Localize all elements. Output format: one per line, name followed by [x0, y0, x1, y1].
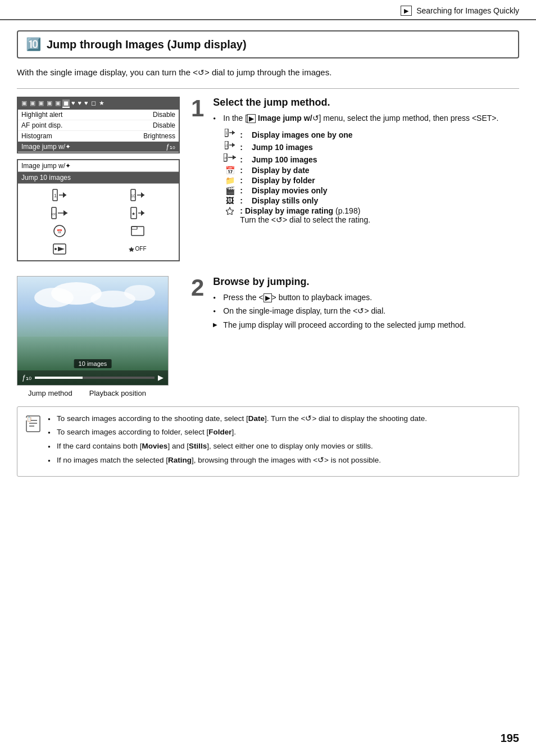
menu-label-1: Highlight alert	[21, 111, 153, 119]
method-8: : Display by image rating (p.198)Turn th…	[223, 206, 498, 225]
method-4-icon: 📅	[223, 166, 237, 175]
svg-marker-34	[233, 155, 236, 160]
play-icon-box: ▶	[401, 6, 412, 16]
step1-bullets: In the [▶ Image jump w/↺] menu, select t…	[213, 113, 498, 124]
step2-left: 10 images ƒ₁₀ ▶ Jump method Playback pos…	[17, 276, 180, 397]
svg-marker-14	[141, 210, 144, 216]
main-content: 🔟 Jump through Images (Jump display) Wit…	[0, 20, 536, 488]
play-icon: ▶	[404, 7, 408, 15]
jump-cell-1: 1	[21, 187, 97, 203]
step2-bullet-3: The jump display will proceed according …	[213, 320, 466, 331]
jump-submenu-selected: Jump 10 images	[18, 172, 179, 184]
step1-number: 1	[191, 97, 204, 120]
step2-bullet-1: Press the <▶> button to playback images.	[213, 292, 466, 304]
method-2-label: Jump 10 images	[252, 143, 313, 152]
step1-right: 1 Select the jump method. In the [▶ Imag…	[191, 97, 519, 267]
step1-left: ▣ ▣ ▣ ▣ ▣ ◼ ♥ ♥ ♥ ◻ ★ Highlight alert	[17, 97, 180, 267]
method-4-label: Display by date	[252, 166, 310, 175]
svg-text:100: 100	[224, 156, 228, 160]
note-3: If the card contains both [Movies] and […	[48, 441, 427, 452]
step2-bullets: Press the <▶> button to playback images.…	[213, 292, 466, 331]
section-heading-box: 🔟 Jump through Images (Jump display)	[17, 30, 519, 58]
section-icon: 🔟	[26, 37, 41, 52]
svg-marker-6	[141, 192, 144, 198]
tab-icon-5: ▣	[54, 99, 62, 108]
svg-text:📋: 📋	[26, 416, 32, 422]
step2-right: 2 Browse by jumping. Press the <▶> butto…	[191, 276, 519, 397]
svg-rect-18	[131, 227, 144, 236]
jump-submenu: Image jump w/✦ Jump 10 images 1 10 100	[17, 159, 180, 261]
method-1: 1 : Display images one by one	[223, 128, 498, 141]
jump-cell-3: 100	[21, 205, 97, 221]
page-number: 195	[501, 732, 519, 745]
menu-label-2: AF point disp.	[21, 121, 153, 129]
jump-methods-list: 1 : Display images one by one 10 : Jump …	[223, 128, 498, 225]
method-7-label: Display stills only	[252, 196, 318, 205]
step1-bullet-1: In the [▶ Image jump w/↺] menu, select t…	[213, 113, 498, 124]
jump-label-row: Jump method Playback position	[28, 389, 180, 397]
method-6: 🎬 : Display movies only	[223, 185, 498, 196]
svg-text:100: 100	[51, 212, 57, 216]
svg-text:10: 10	[131, 194, 135, 198]
top-bar: ▶ Searching for Images Quickly	[0, 0, 536, 20]
jump-submenu-grid: 1 10 100 ★ 📅	[18, 184, 179, 260]
method-3-icon: 100	[223, 153, 237, 165]
cam-image-bar: ƒ₁₀ ▶	[17, 370, 168, 385]
method-1-label: Display images one by one	[252, 130, 353, 139]
note-1: To search images according to the shooti…	[48, 414, 427, 424]
tab-icon-4: ▣	[46, 99, 53, 108]
svg-marker-36	[226, 207, 234, 215]
menu-label-3: Histogram	[21, 132, 143, 140]
menu-label-4: Image jump w/✦	[21, 143, 166, 151]
menu-tab-row: ▣ ▣ ▣ ▣ ▣ ◼ ♥ ♥ ♥ ◻ ★	[18, 98, 179, 110]
menu-value-4: ƒ₁₀	[166, 143, 175, 151]
cam-bar-arrow: ▶	[158, 373, 163, 382]
camera-preview-image: 10 images ƒ₁₀ ▶	[17, 276, 169, 386]
section-title: Jump through Images (Jump display)	[47, 38, 247, 51]
step2-number: 2	[191, 276, 204, 300]
step2-row: 10 images ƒ₁₀ ▶ Jump method Playback pos…	[17, 276, 519, 397]
jump-cell-4: ★	[99, 205, 175, 221]
step1-content: Select the jump method. In the [▶ Image …	[213, 97, 498, 230]
top-bar-right: ▶ Searching for Images Quickly	[401, 6, 519, 16]
menu-row-4-highlighted: Image jump w/✦ ƒ₁₀	[18, 142, 179, 152]
method-5: 📁 : Display by folder	[223, 175, 498, 185]
jump-submenu-title: Image jump w/✦	[18, 160, 179, 172]
tab-icon-7: ♥	[70, 99, 76, 108]
svg-marker-22	[58, 247, 65, 251]
tab-icon-2: ▣	[29, 99, 37, 108]
menu-value-2: Disable	[153, 121, 175, 129]
method-4: 📅 : Display by date	[223, 165, 498, 175]
method-2-icon: 10	[223, 141, 237, 152]
note-4: If no images match the selected [Rating]…	[48, 455, 427, 466]
cam-overlay-label: 10 images	[74, 359, 112, 368]
divider	[17, 88, 519, 89]
method-3: 100 : Jump 100 images	[223, 153, 498, 165]
tab-icon-1: ▣	[20, 99, 28, 108]
jump-cell-2: 10	[99, 187, 175, 203]
method-2: 10 : Jump 10 images	[223, 141, 498, 153]
camera-menu-table: ▣ ▣ ▣ ▣ ▣ ◼ ♥ ♥ ♥ ◻ ★ Highlight alert	[17, 97, 180, 153]
svg-marker-2	[63, 192, 66, 198]
cam-bar-icon-left: ƒ₁₀	[22, 373, 31, 382]
method-3-label: Jump 100 images	[252, 155, 317, 164]
menu-row-3: Histogram Brightness	[18, 131, 179, 142]
note-box: 📋 To search images according to the shoo…	[17, 406, 519, 477]
svg-text:📅: 📅	[57, 229, 62, 234]
method-7-icon: 🖼	[223, 196, 237, 205]
menu-value-1: Disable	[153, 111, 175, 119]
tab-icon-3: ▣	[37, 99, 45, 108]
tab-icon-11: ★	[98, 99, 106, 108]
step2-bullet-2: On the single-image display, turn the <↺…	[213, 306, 466, 317]
jump-cell-6	[99, 223, 175, 239]
playback-position-label: Playback position	[89, 389, 146, 397]
cam-bar-progress-fill	[35, 377, 83, 379]
svg-text:1: 1	[54, 193, 57, 198]
note-icon: 📋	[25, 415, 41, 470]
step1-row: ▣ ▣ ▣ ▣ ▣ ◼ ♥ ♥ ♥ ◻ ★ Highlight alert	[17, 97, 519, 267]
note-bullets-list: To search images according to the shooti…	[48, 414, 427, 470]
jump-cell-5: 📅	[21, 223, 97, 239]
jump-method-label: Jump method	[28, 389, 72, 397]
svg-marker-10	[63, 210, 67, 216]
jump-cell-8: OFF	[99, 241, 175, 257]
